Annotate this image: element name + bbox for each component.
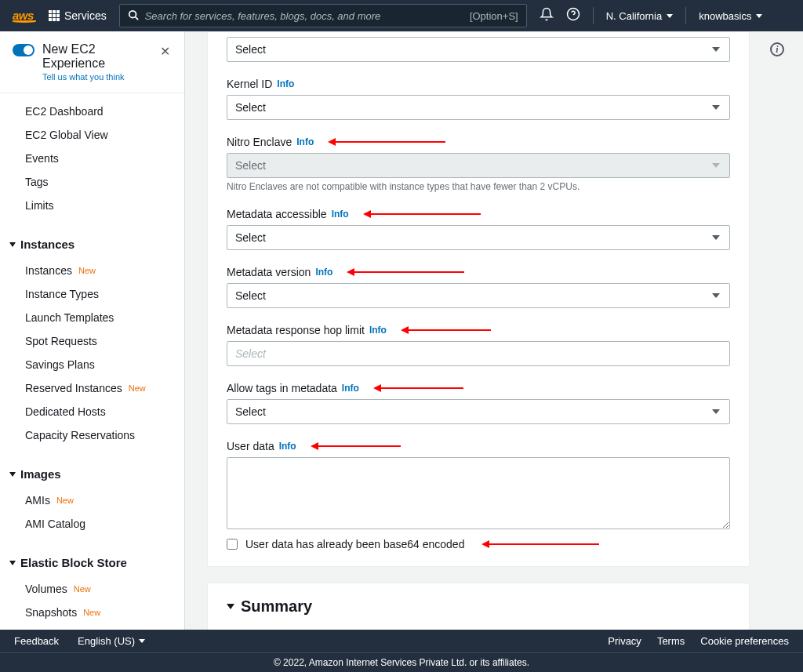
annotation-arrow-icon [481,540,599,548]
aws-logo[interactable]: aws [13,9,36,23]
new-ec2-feedback-link[interactable]: Tell us what you think [42,72,151,82]
user-data-textarea[interactable] [227,457,730,529]
summary-header[interactable]: Summary [227,598,730,616]
global-search-box[interactable]: [Option+S] [119,4,527,27]
metadata-accessible-info-link[interactable]: Info [332,209,349,220]
copyright-text: © 2022, Amazon Internet Services Private… [274,657,529,668]
metadata-version-label: Metadata version [227,266,311,278]
sidebar-header-images[interactable]: Images [0,460,184,489]
terms-link[interactable]: Terms [657,635,685,647]
sidebar-item-dedicated-hosts[interactable]: Dedicated Hosts [0,400,184,423]
annotation-arrow-icon [347,268,464,276]
chevron-down-icon [712,47,720,52]
user-data-info-link[interactable]: Info [279,441,296,452]
sidebar-item-amis[interactable]: AMIs New [0,489,184,512]
cookie-preferences-link[interactable]: Cookie preferences [700,635,789,647]
nitro-enclave-label: Nitro Enclave [227,136,292,148]
chevron-down-icon [667,14,673,18]
close-icon[interactable]: ✕ [158,42,172,60]
sidebar-item-spot-requests[interactable]: Spot Requests [0,329,184,353]
chevron-down-icon [756,14,762,18]
new-badge: New [74,584,91,594]
sidebar-item-tags[interactable]: Tags [0,170,184,194]
notifications-icon[interactable] [540,7,554,24]
sidebar-item-savings-plans[interactable]: Savings Plans [0,353,184,376]
sidebar-item-ami-catalog[interactable]: AMI Catalog [0,512,184,536]
ec2-sidebar: New EC2 Experience Tell us what you thin… [0,31,185,630]
new-badge: New [56,496,74,505]
sidebar-item-volumes[interactable]: Volumes New [0,577,184,601]
services-menu-button[interactable]: Services [49,9,107,22]
chevron-down-icon [712,293,720,298]
sidebar-item-ec2-global-view[interactable]: EC2 Global View [0,123,184,147]
advanced-details-panel: Select Kernel ID Info Select Nitro Encla [207,31,750,567]
help-icon[interactable] [566,7,580,24]
metadata-accessible-label: Metadata accessible [227,208,327,220]
chevron-down-icon [227,604,234,609]
metadata-hop-input[interactable] [227,341,730,366]
feedback-link[interactable]: Feedback [14,635,59,647]
search-icon [128,9,139,23]
user-data-base64-label: User data has already been base64 encode… [245,538,464,550]
sidebar-item-launch-templates[interactable]: Launch Templates [0,306,184,329]
search-shortcut: [Option+S] [470,10,518,22]
new-ec2-title: New EC2 Experience [42,42,151,71]
new-badge: New [129,383,146,393]
annotation-arrow-icon [311,442,401,450]
summary-panel: Summary [207,583,750,630]
annotation-arrow-icon [401,326,491,334]
annotation-arrow-icon [363,210,481,218]
allow-tags-label: Allow tags in metadata [227,382,337,394]
sidebar-item-events[interactable]: Events [0,147,184,170]
top-select[interactable]: Select [227,37,730,62]
chevron-down-icon [712,409,720,414]
annotation-arrow-icon [328,138,445,146]
kernel-id-select[interactable]: Select [227,95,730,120]
sidebar-item-lifecycle-manager[interactable]: Lifecycle Manager New [0,624,184,630]
search-input[interactable] [145,10,470,22]
chevron-down-icon [712,163,720,168]
sidebar-header-instances[interactable]: Instances [0,230,184,259]
sidebar-item-instance-types[interactable]: Instance Types [0,282,184,306]
metadata-version-select[interactable]: Select [227,283,730,308]
chevron-down-icon [9,472,16,477]
metadata-accessible-select[interactable]: Select [227,225,730,250]
user-menu[interactable]: knowbasics [699,10,762,22]
svg-line-1 [135,16,138,20]
footer: Feedback English (US) Privacy Terms Cook… [0,630,803,672]
chevron-down-icon [9,561,16,565]
kernel-id-info-link[interactable]: Info [277,78,294,89]
sidebar-header-ebs[interactable]: Elastic Block Store [0,548,184,577]
metadata-hop-label: Metadata response hop limit [227,324,365,336]
kernel-id-label: Kernel ID [227,78,272,90]
sidebar-item-snapshots[interactable]: Snapshots New [0,601,184,624]
nitro-enclave-select: Select [227,153,730,178]
top-navigation-bar: aws Services [Option+S] [0,0,803,31]
sidebar-item-reserved-instances[interactable]: Reserved Instances New [0,376,184,400]
metadata-hop-info-link[interactable]: Info [369,325,387,336]
chevron-down-icon [139,639,145,643]
user-data-base64-checkbox[interactable] [227,539,238,550]
sidebar-item-instances[interactable]: Instances New [0,259,184,282]
privacy-link[interactable]: Privacy [608,635,641,647]
info-circle-icon[interactable]: i [770,42,784,56]
annotation-arrow-icon [373,384,463,392]
new-badge: New [78,266,96,275]
new-badge: New [83,608,100,617]
allow-tags-select[interactable]: Select [227,399,730,424]
sidebar-item-ec2-dashboard[interactable]: EC2 Dashboard [0,100,184,123]
grid-icon [49,10,60,21]
metadata-version-info-link[interactable]: Info [315,267,332,278]
main-content: i Select Kernel ID Info Select [185,31,803,630]
allow-tags-info-link[interactable]: Info [342,383,359,394]
new-ec2-toggle[interactable] [13,44,35,56]
chevron-down-icon [9,242,16,247]
nitro-enclave-info-link[interactable]: Info [296,136,314,147]
sidebar-item-capacity-reservations[interactable]: Capacity Reservations [0,423,184,447]
language-selector[interactable]: English (US) [78,635,145,647]
new-ec2-experience-banner: New EC2 Experience Tell us what you thin… [0,31,184,93]
nitro-enclave-hint: Nitro Enclaves are not compatible with i… [227,181,730,192]
sidebar-item-limits[interactable]: Limits [0,194,184,217]
region-selector[interactable]: N. California [606,10,674,22]
chevron-down-icon [712,105,720,110]
